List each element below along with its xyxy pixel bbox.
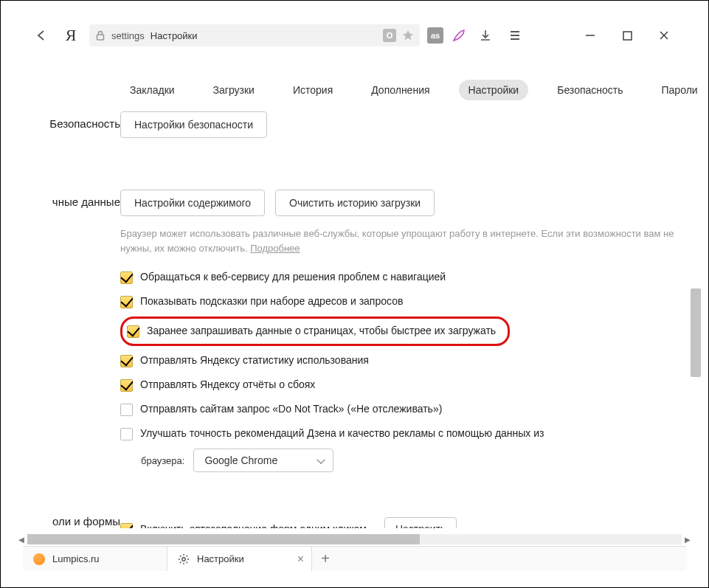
- checkbox-icon[interactable]: [120, 296, 133, 308]
- svg-rect-0: [97, 35, 104, 40]
- browser-select[interactable]: Google Chrome: [193, 449, 333, 472]
- scroll-left-icon[interactable]: ◄: [15, 534, 27, 544]
- checkbox-icon[interactable]: [120, 379, 133, 392]
- scroll-right-icon[interactable]: ►: [682, 534, 694, 544]
- cb-autofill[interactable]: Включить автозаполнение форм одним клико…: [120, 514, 690, 528]
- favicon-icon: [33, 553, 45, 565]
- cb-usage-stats[interactable]: Отправлять Яндексу статистику использова…: [120, 351, 690, 370]
- address-bar[interactable]: settings Настройки O: [89, 24, 420, 46]
- back-button[interactable]: [30, 24, 52, 46]
- checkbox-icon[interactable]: [120, 271, 133, 284]
- shield-icon[interactable]: O: [383, 29, 396, 42]
- cb-suggestions[interactable]: Показывать подсказки при наборе адресов …: [120, 292, 690, 311]
- browser-tabstrip: Lumpics.ru Настройки × +: [23, 546, 686, 571]
- menu-button[interactable]: [504, 24, 526, 46]
- checkbox-icon[interactable]: [120, 404, 133, 416]
- horizontal-scrollbar[interactable]: ◄ ►: [27, 534, 682, 544]
- tab-security[interactable]: Безопасность: [547, 80, 632, 100]
- cb-do-not-track[interactable]: Отправлять сайтам запрос «Do Not Track» …: [120, 400, 690, 419]
- addr-prefix: settings: [111, 30, 145, 41]
- tab-history[interactable]: История: [283, 80, 342, 100]
- section-privacy-title: чные данные: [23, 190, 120, 472]
- tab-settings[interactable]: Настройки: [459, 80, 529, 100]
- extension-lastfm-icon[interactable]: as: [427, 27, 443, 44]
- cb-navigation-service[interactable]: Обращаться к веб-сервису для решения про…: [120, 268, 690, 287]
- settings-content: Безопасность Настройки безопасности чные…: [23, 111, 690, 528]
- security-settings-button[interactable]: Настройки безопасности: [120, 111, 267, 138]
- gear-icon: [178, 553, 190, 565]
- clear-history-button[interactable]: Очистить историю загрузки: [275, 190, 435, 216]
- lock-icon: [95, 30, 106, 41]
- extension-feather-icon[interactable]: [451, 27, 467, 44]
- section-security: Безопасность Настройки безопасности: [23, 111, 690, 138]
- content-settings-button[interactable]: Настройки содержимого: [120, 190, 265, 216]
- window-minimize-button[interactable]: [575, 24, 605, 46]
- browser-select-row: браузера: Google Chrome: [141, 449, 690, 472]
- autofill-configure-button[interactable]: Настроить: [384, 517, 457, 528]
- svg-point-2: [182, 557, 185, 560]
- checkbox-icon[interactable]: [120, 523, 133, 528]
- section-privacy: чные данные Настройки содержимого Очисти…: [23, 190, 690, 472]
- svg-rect-1: [623, 32, 632, 40]
- tab-bookmarks[interactable]: Закладки: [120, 80, 184, 100]
- tab-downloads[interactable]: Загрузки: [204, 80, 264, 100]
- privacy-more-link[interactable]: Подробнее: [250, 243, 300, 254]
- browser-tab-settings[interactable]: Настройки ×: [167, 547, 312, 571]
- vertical-scrollbar[interactable]: [691, 60, 701, 528]
- cb-crash-reports[interactable]: Отправлять Яндексу отчёты о сбоях: [120, 376, 690, 395]
- checkbox-icon[interactable]: [120, 428, 133, 440]
- browser-toolbar: Я settings Настройки O as: [30, 21, 679, 49]
- addr-title: Настройки: [151, 30, 198, 41]
- privacy-hint: Браузер может использовать различные веб…: [120, 226, 690, 256]
- cb-prefetch[interactable]: Заранее запрашивать данные о страницах, …: [120, 317, 510, 346]
- downloads-button[interactable]: [474, 24, 497, 46]
- cb-zen-ads[interactable]: Улучшать точность рекомендаций Дзена и к…: [120, 424, 690, 443]
- section-security-title: Безопасность: [23, 111, 120, 138]
- section-forms-title: оли и формы: [23, 509, 120, 528]
- checkbox-icon[interactable]: [120, 355, 133, 367]
- settings-nav: Закладки Загрузки История Дополнения Нас…: [120, 78, 694, 102]
- bookmark-star-icon[interactable]: [402, 30, 414, 41]
- yandex-logo[interactable]: Я: [60, 24, 82, 46]
- browser-label: браузера:: [141, 455, 184, 466]
- checkbox-icon[interactable]: [127, 325, 139, 338]
- tab-close-icon[interactable]: ×: [297, 553, 304, 566]
- tab-addons[interactable]: Дополнения: [362, 80, 439, 100]
- section-forms: оли и формы Включить автозаполнение форм…: [23, 509, 690, 528]
- new-tab-button[interactable]: +: [312, 547, 339, 571]
- browser-tab-lumpics[interactable]: Lumpics.ru: [23, 547, 167, 571]
- window-close-button[interactable]: [649, 24, 679, 46]
- window-maximize-button[interactable]: [612, 24, 642, 46]
